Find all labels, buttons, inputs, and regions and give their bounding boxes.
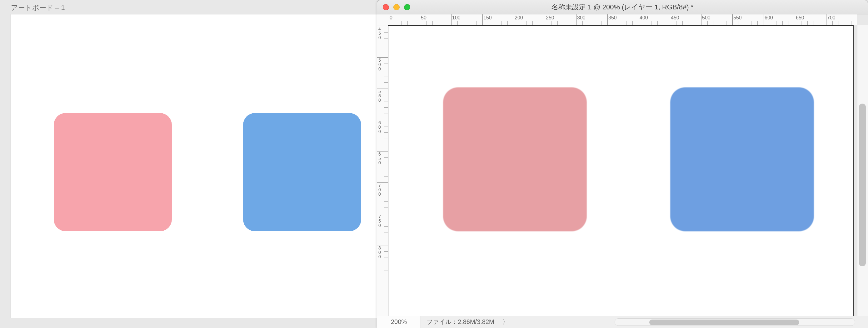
ruler-tick-label: 500 xyxy=(702,15,711,21)
ruler-tick-label: 0 xyxy=(390,15,393,21)
scrollbar-horizontal[interactable] xyxy=(615,318,855,326)
ruler-tick-label: 650 xyxy=(378,152,381,165)
canvas[interactable] xyxy=(388,25,854,316)
ruler-tick-label: 400 xyxy=(640,15,648,21)
titlebar[interactable]: 名称未設定 1 @ 200% (レイヤー 1, RGB/8#) * xyxy=(377,0,868,15)
statusbar: 200% ファイル：2.86M/3.82M 〉 xyxy=(377,316,868,328)
ruler-tick-label: 600 xyxy=(765,15,773,21)
ruler-tick-label: 550 xyxy=(733,15,742,21)
artboard-canvas[interactable] xyxy=(11,15,394,318)
ruler-tick-label: 150 xyxy=(484,15,492,21)
ruler-tick-label: 350 xyxy=(608,15,617,21)
ruler-tick-label: 550 xyxy=(378,89,381,102)
pink-rounded-square[interactable] xyxy=(443,87,587,231)
ruler-tick xyxy=(764,15,764,25)
window-controls xyxy=(383,4,410,10)
ruler-tick-label: 650 xyxy=(796,15,804,21)
ruler-tick xyxy=(608,15,608,25)
blue-rounded-square[interactable] xyxy=(670,87,814,231)
artboard-label: アートボード – 1 xyxy=(11,3,65,12)
ruler-tick-label: 750 xyxy=(378,214,381,227)
ruler-tick xyxy=(795,15,795,25)
ruler-tick xyxy=(576,15,577,25)
chevron-right-icon[interactable]: 〉 xyxy=(500,318,511,326)
scrollbar-vertical-thumb[interactable] xyxy=(859,104,866,266)
ruler-tick-label: 450 xyxy=(378,27,381,40)
file-size-info[interactable]: ファイル：2.86M/3.82M xyxy=(421,318,500,326)
close-icon[interactable] xyxy=(383,4,389,10)
ruler-tick xyxy=(451,15,452,25)
zoom-level[interactable]: 200% xyxy=(377,316,421,328)
ruler-tick xyxy=(420,15,420,25)
scrollbar-horizontal-thumb[interactable] xyxy=(649,320,799,325)
ruler-tick-label: 800 xyxy=(378,246,381,259)
pink-rounded-square[interactable] xyxy=(54,113,172,231)
blue-rounded-square[interactable] xyxy=(243,113,361,231)
ruler-tick-label: 700 xyxy=(827,15,836,21)
maximize-icon[interactable] xyxy=(404,4,410,10)
ruler-tick xyxy=(826,15,827,25)
ruler-vertical[interactable]: 450500550600650700750800 xyxy=(377,25,388,316)
window-title: 名称未設定 1 @ 200% (レイヤー 1, RGB/8#) * xyxy=(377,2,868,12)
ruler-tick-label: 200 xyxy=(515,15,523,21)
ruler-tick xyxy=(514,15,514,25)
right-document-window: 名称未設定 1 @ 200% (レイヤー 1, RGB/8#) * 050100… xyxy=(377,0,868,328)
ruler-tick-label: 250 xyxy=(546,15,554,21)
ruler-tick xyxy=(545,15,545,25)
ruler-tick-label: 50 xyxy=(421,15,427,21)
ruler-tick-label: 600 xyxy=(378,120,381,134)
ruler-tick-label: 300 xyxy=(577,15,586,21)
ruler-tick-label: 100 xyxy=(452,15,461,21)
scrollbar-vertical[interactable] xyxy=(857,25,868,316)
ruler-tick xyxy=(483,15,483,25)
ruler-tick-label: 450 xyxy=(671,15,679,21)
ruler-tick-label: 500 xyxy=(378,58,381,71)
ruler-horizontal[interactable]: 0501001502002503003504004505005506006507… xyxy=(388,15,857,25)
left-artboard-window: アートボード – 1 xyxy=(0,0,398,328)
ruler-tick xyxy=(701,15,702,25)
ruler-tick xyxy=(639,15,639,25)
minimize-icon[interactable] xyxy=(393,4,400,10)
ruler-corner[interactable] xyxy=(377,15,388,25)
ruler-tick-label: 700 xyxy=(378,183,381,196)
canvas-viewport xyxy=(388,25,857,316)
document-area: 0501001502002503003504004505005506006507… xyxy=(377,15,868,316)
ruler-tick xyxy=(670,15,670,25)
